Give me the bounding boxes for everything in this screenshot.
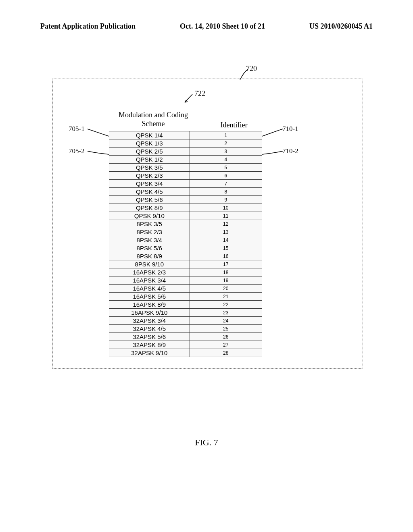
table-row: 16APSK 3/419 — [109, 276, 262, 285]
identifier-cell: 7 — [190, 180, 262, 188]
mcs-cell: 32APSK 8/9 — [109, 341, 190, 349]
table-row: QPSK 1/24 — [109, 156, 262, 164]
table-row: 16APSK 5/621 — [109, 293, 262, 301]
identifier-cell: 16 — [190, 252, 262, 260]
mcs-cell: 16APSK 3/4 — [109, 276, 190, 285]
identifier-cell: 24 — [190, 317, 262, 325]
identifier-cell: 21 — [190, 293, 262, 301]
identifier-cell: 2 — [190, 139, 262, 148]
identifier-cell: 11 — [190, 212, 262, 220]
identifier-cell: 1 — [190, 131, 262, 139]
reference-numeral-705-2: 705-2 — [69, 147, 85, 155]
lead-line-720-icon — [238, 69, 250, 81]
mcs-identifier-table: QPSK 1/41QPSK 1/32QPSK 2/53QPSK 1/24QPSK… — [109, 131, 262, 357]
mcs-cell: QPSK 5/6 — [109, 196, 190, 204]
identifier-column-header: Identifier — [206, 121, 262, 129]
header-patent-number: US 2010/0260045 A1 — [309, 22, 373, 31]
mcs-cell: 8PSK 2/3 — [109, 228, 190, 236]
mcs-cell: QPSK 3/5 — [109, 164, 190, 172]
mcs-cell: 8PSK 8/9 — [109, 252, 190, 260]
table-row: 16APSK 9/1023 — [109, 309, 262, 317]
identifier-cell: 28 — [190, 349, 262, 357]
mcs-cell: 16APSK 8/9 — [109, 301, 190, 309]
mcs-cell: QPSK 9/10 — [109, 212, 190, 220]
mcs-cell: QPSK 4/5 — [109, 188, 190, 196]
header-date-sheet: Oct. 14, 2010 Sheet 10 of 21 — [180, 22, 265, 31]
table-row: 8PSK 5/615 — [109, 244, 262, 252]
figure-label: FIG. 7 — [0, 437, 413, 448]
identifier-cell: 22 — [190, 301, 262, 309]
table-row: 8PSK 2/313 — [109, 228, 262, 236]
mcs-cell: 8PSK 3/4 — [109, 236, 190, 244]
identifier-cell: 13 — [190, 228, 262, 236]
identifier-cell: 26 — [190, 333, 262, 341]
identifier-cell: 18 — [190, 268, 262, 276]
table-row: QPSK 9/1011 — [109, 212, 262, 220]
mcs-cell: QPSK 1/4 — [109, 131, 190, 139]
identifier-cell: 25 — [190, 325, 262, 333]
mcs-cell: 8PSK 3/5 — [109, 220, 190, 228]
table-row: 16APSK 2/318 — [109, 268, 262, 276]
table-row: 32APSK 9/1028 — [109, 349, 262, 357]
lead-line-722-icon — [184, 94, 194, 104]
table-row: 8PSK 8/916 — [109, 252, 262, 260]
mcs-cell: QPSK 8/9 — [109, 204, 190, 212]
mcs-cell: QPSK 3/4 — [109, 180, 190, 188]
mcs-cell: 32APSK 4/5 — [109, 325, 190, 333]
table-row: 16APSK 4/520 — [109, 285, 262, 293]
identifier-cell: 8 — [190, 188, 262, 196]
identifier-cell: 27 — [190, 341, 262, 349]
table-row: 32APSK 8/927 — [109, 341, 262, 349]
mcs-column-header: Modulation and Coding Scheme — [113, 111, 194, 128]
identifier-cell: 10 — [190, 204, 262, 212]
table-row: QPSK 4/58 — [109, 188, 262, 196]
table-row: QPSK 3/47 — [109, 180, 262, 188]
mcs-cell: 16APSK 5/6 — [109, 293, 190, 301]
table-row: QPSK 5/69 — [109, 196, 262, 204]
mcs-cell: 32APSK 9/10 — [109, 349, 190, 357]
table-row: QPSK 8/910 — [109, 204, 262, 212]
mcs-cell: QPSK 2/5 — [109, 148, 190, 156]
table-row: QPSK 1/32 — [109, 139, 262, 148]
mcs-cell: 8PSK 9/10 — [109, 260, 190, 268]
identifier-cell: 4 — [190, 156, 262, 164]
table-row: 8PSK 3/414 — [109, 236, 262, 244]
reference-numeral-722: 722 — [194, 89, 205, 98]
identifier-cell: 3 — [190, 148, 262, 156]
mcs-cell: 32APSK 3/4 — [109, 317, 190, 325]
reference-numeral-710-2: 710-2 — [282, 147, 298, 155]
reference-numeral-710-1: 710-1 — [282, 125, 298, 133]
table-row: QPSK 2/36 — [109, 172, 262, 180]
identifier-cell: 5 — [190, 164, 262, 172]
page-header: Patent Application Publication Oct. 14, … — [0, 22, 413, 31]
identifier-cell: 23 — [190, 309, 262, 317]
header-publication: Patent Application Publication — [40, 22, 136, 31]
identifier-cell: 6 — [190, 172, 262, 180]
mcs-cell: QPSK 1/3 — [109, 139, 190, 148]
mcs-cell: 16APSK 4/5 — [109, 285, 190, 293]
table-row: QPSK 1/41 — [109, 131, 262, 139]
identifier-cell: 20 — [190, 285, 262, 293]
identifier-cell: 19 — [190, 276, 262, 285]
table-row: 32APSK 5/626 — [109, 333, 262, 341]
table-row: 8PSK 3/512 — [109, 220, 262, 228]
identifier-cell: 17 — [190, 260, 262, 268]
table-row: 16APSK 8/922 — [109, 301, 262, 309]
table-row: 8PSK 9/1017 — [109, 260, 262, 268]
mcs-cell: QPSK 1/2 — [109, 156, 190, 164]
mcs-cell: 16APSK 9/10 — [109, 309, 190, 317]
figure-container: 720 722 Modulation and Coding Scheme Ide… — [52, 64, 363, 371]
identifier-cell: 14 — [190, 236, 262, 244]
identifier-cell: 12 — [190, 220, 262, 228]
mcs-cell: 32APSK 5/6 — [109, 333, 190, 341]
mcs-cell: 8PSK 5/6 — [109, 244, 190, 252]
table-row: 32APSK 4/525 — [109, 325, 262, 333]
table-row: QPSK 2/53 — [109, 148, 262, 156]
reference-numeral-705-1: 705-1 — [69, 125, 85, 133]
mcs-cell: 16APSK 2/3 — [109, 268, 190, 276]
table-row: QPSK 3/55 — [109, 164, 262, 172]
identifier-cell: 15 — [190, 244, 262, 252]
identifier-cell: 9 — [190, 196, 262, 204]
table-row: 32APSK 3/424 — [109, 317, 262, 325]
mcs-cell: QPSK 2/3 — [109, 172, 190, 180]
